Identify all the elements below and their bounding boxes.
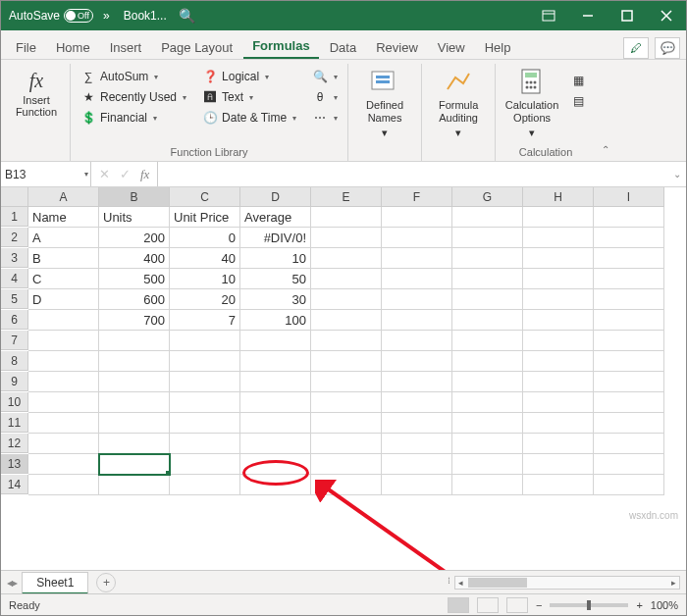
cell[interactable] bbox=[382, 207, 452, 228]
cell[interactable] bbox=[452, 289, 523, 310]
cell[interactable] bbox=[28, 454, 99, 475]
cell[interactable]: 500 bbox=[99, 269, 170, 289]
cell[interactable] bbox=[99, 351, 170, 372]
cell[interactable] bbox=[28, 434, 99, 454]
tab-file[interactable]: File bbox=[7, 35, 45, 59]
cell[interactable] bbox=[99, 331, 170, 351]
cell[interactable] bbox=[382, 372, 452, 392]
row-header[interactable]: 10 bbox=[1, 392, 28, 412]
cell[interactable] bbox=[452, 228, 523, 248]
page-break-button[interactable] bbox=[506, 597, 528, 613]
row-header[interactable]: 13 bbox=[1, 454, 28, 474]
cell[interactable]: 700 bbox=[99, 310, 170, 331]
cell[interactable] bbox=[240, 351, 311, 372]
cell[interactable]: 0 bbox=[170, 228, 240, 248]
cell[interactable] bbox=[594, 475, 664, 495]
tab-home[interactable]: Home bbox=[47, 35, 99, 59]
col-header[interactable]: F bbox=[382, 187, 452, 207]
cell[interactable] bbox=[452, 454, 523, 475]
cell[interactable] bbox=[523, 289, 594, 310]
cell[interactable] bbox=[240, 331, 311, 351]
cell[interactable]: 20 bbox=[170, 289, 240, 310]
insert-function-button[interactable]: fx Insert Function bbox=[9, 66, 64, 118]
defined-names-button[interactable]: Defined Names▾ bbox=[354, 66, 415, 140]
cell[interactable] bbox=[452, 392, 523, 413]
more-fn-button[interactable]: ⋯▾ bbox=[308, 109, 342, 127]
cell[interactable]: 10 bbox=[170, 269, 240, 289]
cell[interactable] bbox=[523, 372, 594, 392]
row-header[interactable]: 3 bbox=[1, 248, 28, 268]
cell[interactable]: Unit Price bbox=[170, 207, 240, 228]
share-button[interactable]: 🖊 bbox=[623, 37, 649, 59]
cell[interactable] bbox=[99, 475, 170, 495]
formula-auditing-button[interactable]: Formula Auditing▾ bbox=[428, 66, 489, 140]
col-header[interactable]: G bbox=[452, 187, 523, 207]
cell[interactable] bbox=[382, 475, 452, 495]
cell[interactable]: A bbox=[28, 228, 99, 248]
name-box[interactable]: B13▾ bbox=[1, 162, 91, 186]
cell[interactable] bbox=[523, 434, 594, 454]
cell[interactable] bbox=[170, 392, 240, 413]
row-header[interactable]: 9 bbox=[1, 372, 28, 391]
cell[interactable]: 200 bbox=[99, 228, 170, 248]
cell[interactable] bbox=[311, 207, 382, 228]
cell[interactable]: 600 bbox=[99, 289, 170, 310]
page-layout-button[interactable] bbox=[477, 597, 499, 613]
cell[interactable] bbox=[452, 310, 523, 331]
cell[interactable] bbox=[523, 454, 594, 475]
zoom-in-button[interactable]: + bbox=[636, 599, 642, 611]
cell[interactable] bbox=[594, 248, 664, 269]
cell[interactable] bbox=[523, 310, 594, 331]
cell[interactable] bbox=[523, 413, 594, 434]
cell[interactable] bbox=[452, 413, 523, 434]
comments-button[interactable]: 💬 bbox=[655, 37, 680, 59]
cell[interactable] bbox=[594, 372, 664, 392]
cell[interactable] bbox=[452, 475, 523, 495]
logical-button[interactable]: ❓Logical▾ bbox=[198, 68, 300, 85]
select-all-corner[interactable] bbox=[1, 187, 28, 207]
calc-options-button[interactable]: Calculation Options▾ bbox=[502, 66, 562, 140]
cell[interactable] bbox=[382, 392, 452, 413]
expand-formula-bar[interactable]: ⌄ bbox=[668, 169, 686, 180]
cell[interactable] bbox=[311, 434, 382, 454]
col-header[interactable]: C bbox=[170, 187, 240, 207]
cell[interactable] bbox=[170, 434, 240, 454]
col-header[interactable]: D bbox=[240, 187, 311, 207]
cell[interactable] bbox=[240, 392, 311, 413]
cell[interactable] bbox=[523, 248, 594, 269]
zoom-slider[interactable] bbox=[550, 603, 628, 607]
cell[interactable] bbox=[382, 413, 452, 434]
tab-data[interactable]: Data bbox=[321, 35, 365, 59]
calc-now-button[interactable]: ▦ bbox=[566, 72, 590, 89]
datetime-button[interactable]: 🕒Date & Time▾ bbox=[198, 109, 300, 127]
cell[interactable] bbox=[311, 392, 382, 413]
cell[interactable] bbox=[594, 331, 664, 351]
col-header[interactable]: E bbox=[311, 187, 382, 207]
cell[interactable]: C bbox=[28, 269, 99, 289]
tab-help[interactable]: Help bbox=[476, 35, 520, 59]
financial-button[interactable]: 💲Financial▾ bbox=[77, 109, 190, 127]
cell[interactable]: 50 bbox=[240, 269, 311, 289]
math-button[interactable]: θ▾ bbox=[308, 88, 342, 106]
recently-used-button[interactable]: ★Recently Used▾ bbox=[77, 88, 190, 106]
cell[interactable]: 100 bbox=[240, 310, 311, 331]
cell[interactable] bbox=[99, 454, 170, 475]
cell[interactable] bbox=[311, 372, 382, 392]
cell[interactable] bbox=[382, 331, 452, 351]
cell[interactable] bbox=[311, 413, 382, 434]
cell[interactable] bbox=[311, 331, 382, 351]
cell[interactable] bbox=[311, 310, 382, 331]
normal-view-button[interactable] bbox=[448, 597, 469, 613]
new-sheet-button[interactable]: + bbox=[96, 573, 116, 592]
cell[interactable] bbox=[28, 413, 99, 434]
cell[interactable]: 10 bbox=[240, 248, 311, 269]
cell[interactable] bbox=[523, 269, 594, 289]
zoom-level[interactable]: 100% bbox=[651, 599, 678, 611]
cell[interactable] bbox=[99, 434, 170, 454]
cell[interactable] bbox=[311, 351, 382, 372]
cell[interactable] bbox=[170, 351, 240, 372]
cell[interactable] bbox=[594, 269, 664, 289]
cell[interactable] bbox=[452, 269, 523, 289]
cell[interactable] bbox=[594, 413, 664, 434]
calc-sheet-button[interactable]: ▤ bbox=[566, 92, 590, 110]
